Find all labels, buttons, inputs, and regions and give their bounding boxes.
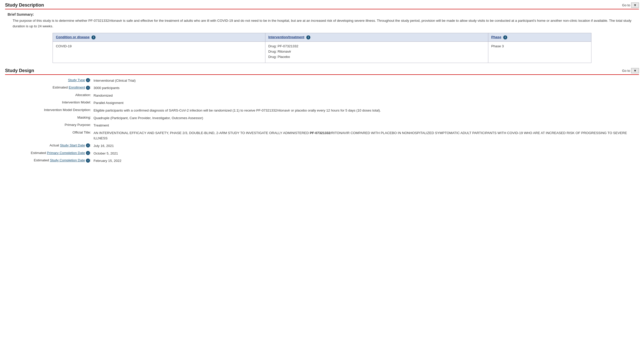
field-link-1[interactable]: Enrollment bbox=[69, 85, 85, 89]
design-field-value-4: Eligible participants with a confirmed d… bbox=[94, 108, 639, 113]
col-header-condition: Condition or disease i bbox=[53, 33, 265, 41]
design-field-label-9: Estimated Primary Completion Datei: bbox=[8, 151, 94, 155]
design-field-label-8: Actual Study Start Datei: bbox=[8, 143, 94, 147]
label-colon-10: : bbox=[90, 158, 91, 162]
design-field-label-4: Intervention Model Description: bbox=[8, 108, 94, 112]
design-field-label-10: Estimated Study Completion Datei: bbox=[8, 158, 94, 162]
label-colon-1: : bbox=[90, 85, 91, 89]
field-link-9[interactable]: Primary Completion Date bbox=[47, 151, 85, 155]
goto-label-2: Go to bbox=[622, 69, 630, 73]
goto-button-2[interactable]: ▼ bbox=[631, 68, 639, 73]
label-colon-0: : bbox=[90, 78, 91, 82]
intervention-info-icon[interactable]: i bbox=[306, 35, 310, 39]
study-design-title: Study Design bbox=[5, 68, 34, 73]
design-field-value-1: 3000 participants bbox=[94, 85, 639, 91]
study-description-section: Study Description Go to ▼ Brief Summary:… bbox=[5, 3, 639, 63]
phase-link[interactable]: Phase bbox=[491, 35, 501, 39]
design-field-label-3: Intervention Model: bbox=[8, 100, 94, 104]
study-description-goto: Go to ▼ bbox=[622, 3, 639, 8]
intervention-link[interactable]: Intervention/treatment bbox=[268, 35, 305, 39]
design-field-value-3: Parallel Assignment bbox=[94, 100, 639, 106]
design-field-value-0: Interventional (Clinical Trial) bbox=[94, 78, 639, 83]
field-info-icon-8[interactable]: i bbox=[86, 143, 90, 147]
design-field-label-5: Masking: bbox=[8, 115, 94, 119]
intervention-item: Drug: PF-07321332 bbox=[268, 44, 485, 48]
design-field-label-0: Study Typei: bbox=[8, 78, 94, 82]
label-colon-3: : bbox=[90, 100, 91, 104]
design-field-value-6: Treatment bbox=[94, 123, 639, 128]
condition-link[interactable]: Condition or disease bbox=[56, 35, 90, 39]
brief-summary-text: The purpose of this study is to determin… bbox=[13, 18, 639, 29]
label-prefix-9: Estimated bbox=[31, 151, 47, 155]
brief-summary-label: Brief Summary: bbox=[8, 12, 639, 16]
study-design-section: Study Design Go to ▼ Study Typei:Interve… bbox=[5, 68, 639, 164]
design-grid: Study Typei:Interventional (Clinical Tri… bbox=[8, 78, 639, 164]
design-field-label-7: Official Title: bbox=[8, 130, 94, 134]
condition-info-icon[interactable]: i bbox=[91, 35, 96, 39]
label-colon-2: : bbox=[90, 93, 91, 97]
intervention-item: Drug: Ritonavir bbox=[268, 50, 485, 53]
design-field-label-2: Allocation: bbox=[8, 93, 94, 97]
study-design-header: Study Design Go to ▼ bbox=[5, 68, 639, 75]
label-prefix-8: Actual bbox=[50, 143, 60, 147]
field-info-icon-1[interactable]: i bbox=[86, 86, 90, 90]
design-field-label-6: Primary Purpose: bbox=[8, 123, 94, 127]
goto-label-1: Go to bbox=[622, 3, 630, 7]
design-field-value-7: AN INTERVENTIONAL EFFICACY AND SAFETY, P… bbox=[94, 130, 639, 141]
condition-table: Condition or disease i Intervention/trea… bbox=[53, 33, 591, 63]
label-colon-8: : bbox=[90, 143, 91, 147]
design-field-value-8: July 16, 2021 bbox=[94, 143, 639, 149]
field-info-icon-10[interactable]: i bbox=[86, 159, 90, 163]
design-field-value-9: October 5, 2021 bbox=[94, 151, 639, 156]
label-prefix-10: Estimated bbox=[34, 158, 50, 162]
phase-cell: Phase 3 bbox=[488, 41, 591, 63]
intervention-item: Drug: Placebo bbox=[268, 55, 485, 59]
field-link-0[interactable]: Study Type bbox=[68, 78, 85, 82]
study-description-header: Study Description Go to ▼ bbox=[5, 3, 639, 9]
label-colon-5: : bbox=[90, 116, 91, 119]
field-info-icon-0[interactable]: i bbox=[86, 78, 90, 82]
design-field-value-5: Quadruple (Participant, Care Provider, I… bbox=[94, 115, 639, 121]
label-prefix-1: Estimated bbox=[53, 85, 69, 89]
official-title-bold-1: PF-07321332 bbox=[310, 131, 330, 135]
label-colon-6: : bbox=[90, 123, 91, 127]
label-colon-9: : bbox=[90, 151, 91, 155]
phase-info-icon[interactable]: i bbox=[503, 35, 507, 39]
field-link-8[interactable]: Study Start Date bbox=[60, 143, 85, 147]
field-info-icon-9[interactable]: i bbox=[86, 151, 90, 155]
field-link-10[interactable]: Study Completion Date bbox=[50, 158, 85, 162]
label-colon-7: : bbox=[90, 130, 91, 134]
study-design-goto: Go to ▼ bbox=[622, 68, 639, 73]
study-description-title: Study Description bbox=[5, 3, 44, 8]
col-header-intervention: Intervention/treatment i bbox=[265, 33, 488, 41]
goto-button-1[interactable]: ▼ bbox=[631, 3, 639, 8]
intervention-cell: Drug: PF-07321332Drug: RitonavirDrug: Pl… bbox=[265, 41, 488, 63]
label-colon-4: : bbox=[90, 108, 91, 112]
design-field-value-10: February 15, 2022 bbox=[94, 158, 639, 164]
design-field-label-1: Estimated Enrollmenti: bbox=[8, 85, 94, 90]
col-header-phase: Phase i bbox=[488, 33, 591, 41]
condition-cell: COVID-19 bbox=[53, 41, 265, 63]
table-row: COVID-19Drug: PF-07321332Drug: Ritonavir… bbox=[53, 41, 591, 63]
table-header-row: Condition or disease i Intervention/trea… bbox=[53, 33, 591, 41]
design-field-value-2: Randomized bbox=[94, 93, 639, 98]
